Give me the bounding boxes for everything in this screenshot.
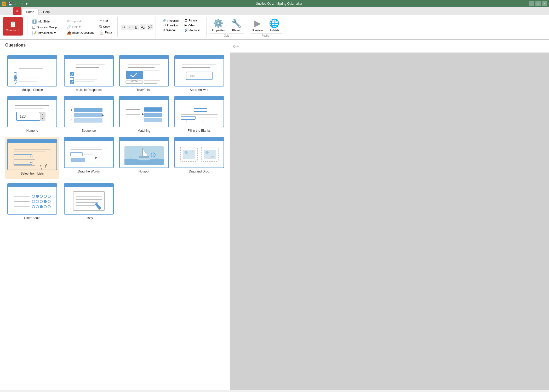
question-item-essay[interactable]: Essay xyxy=(63,183,114,220)
tab-help[interactable]: Help xyxy=(39,9,54,15)
multiple-response-label: Multiple Response xyxy=(76,88,102,92)
thumb-header xyxy=(8,56,56,59)
matching-label: Matching xyxy=(138,129,150,132)
equation-button[interactable]: π² Equation xyxy=(161,23,181,27)
player-button[interactable]: 🔧 Player xyxy=(229,17,244,33)
undo-button[interactable]: ↩ xyxy=(14,1,18,6)
question-item-drag-drop[interactable]: ☞ Drag and Drop xyxy=(174,137,225,179)
svg-marker-52 xyxy=(142,113,144,115)
svg-rect-65 xyxy=(14,161,32,165)
properties-button[interactable]: ⚙️ Properties xyxy=(210,17,227,33)
questions-header: Questions xyxy=(0,40,230,51)
svg-point-95 xyxy=(48,195,50,198)
bold-button[interactable]: B xyxy=(121,25,127,30)
question-item-matching[interactable]: Matching xyxy=(118,96,169,132)
svg-point-107 xyxy=(48,205,50,208)
question-group-label xyxy=(3,36,23,37)
drag-drop-label: Drag and Drop xyxy=(189,170,209,173)
thumb-body xyxy=(8,59,56,86)
underline-button[interactable]: U xyxy=(133,25,139,30)
thumb-body xyxy=(175,100,224,127)
redo-button[interactable]: ↪ xyxy=(19,1,23,6)
svg-text:1: 1 xyxy=(71,108,72,111)
copy-button[interactable]: ⧉ Copy xyxy=(98,24,114,29)
video-button[interactable]: ▶ Video xyxy=(183,23,202,27)
ribbon-section-clipboard: ⧉ Duplicate 🔗 Link ▼ 📥 Import Questions … xyxy=(63,16,116,38)
duplicate-button[interactable]: ⧉ Duplicate xyxy=(65,18,96,24)
thumb-body xyxy=(120,141,168,168)
essay-label: Essay xyxy=(84,216,93,220)
question-thumb-drag-words xyxy=(64,137,114,168)
preview-button[interactable]: ▶ Preview xyxy=(250,17,265,33)
question-item-numeric[interactable]: 123 ▲ ▼ Numeric xyxy=(5,96,59,132)
minimize-button[interactable]: ─ xyxy=(529,1,534,6)
link-icon: 🔗 xyxy=(67,25,71,29)
right-panel-label: Quiz xyxy=(233,45,239,48)
import-icon: 📥 xyxy=(67,31,71,35)
question-item-short-answer[interactable]: abc Short Answer xyxy=(174,55,225,92)
link-button[interactable]: 🔗 Link ▼ xyxy=(65,24,96,30)
properties-icon: ⚙️ xyxy=(213,18,224,28)
ribbon-section-publish: ▶ Preview 🌐 Publish Publish xyxy=(248,16,284,38)
introduction-button[interactable]: 📝 Introduction ▼ xyxy=(31,30,59,36)
info-slide-button[interactable]: ℹ️ Info Slide xyxy=(31,19,59,24)
svg-text:▼: ▼ xyxy=(42,117,44,120)
svg-point-97 xyxy=(32,200,35,203)
question-item-hotspot[interactable]: Hotspot xyxy=(118,137,169,179)
picture-button[interactable]: 🖼 Picture xyxy=(183,18,202,22)
ribbon: 📋 Question ▼ ℹ️ Info Slide ❑ Question Gr… xyxy=(0,15,549,40)
question-thumb-numeric: 123 ▲ ▼ xyxy=(7,96,57,127)
menu-tab[interactable]: ≡ xyxy=(13,7,21,15)
dropdown-button[interactable]: ▼ xyxy=(24,1,29,6)
svg-rect-51 xyxy=(144,118,162,122)
question-button[interactable]: 📋 Question ▼ xyxy=(3,17,23,36)
import-questions-button[interactable]: 📥 Import Questions xyxy=(65,30,96,35)
paste-icon: 📋 xyxy=(99,30,104,34)
svg-text:▲: ▲ xyxy=(42,113,44,116)
svg-point-88 xyxy=(205,151,209,154)
thumb-body xyxy=(65,187,113,214)
paste-button[interactable]: 📋 Paste xyxy=(98,30,114,35)
tab-home[interactable]: Home xyxy=(21,9,39,15)
symbol-icon: Ω xyxy=(163,28,165,32)
subscript-button[interactable]: X2 xyxy=(140,24,146,30)
symbol-button[interactable]: Ω Symbol xyxy=(161,28,181,32)
thumb-header xyxy=(8,96,56,100)
question-item-multiple-response[interactable]: Multiple Response xyxy=(63,55,114,92)
hyperlink-button[interactable]: 🔗 Hyperlink xyxy=(161,18,181,23)
svg-marker-66 xyxy=(30,162,32,164)
thumb-header xyxy=(65,56,113,59)
cut-button[interactable]: ✂ Cut xyxy=(98,18,114,23)
question-item-likert[interactable]: Likert Scale xyxy=(5,183,59,220)
question-group-button[interactable]: ❑ Question Group xyxy=(31,25,59,30)
svg-marker-45 xyxy=(102,114,104,116)
svg-rect-21 xyxy=(126,81,143,83)
question-item-sequence[interactable]: 1 2 3 Sequence xyxy=(63,96,114,132)
svg-point-105 xyxy=(40,205,43,208)
svg-point-4 xyxy=(14,80,17,83)
question-item-select-lists[interactable]: Select from Lists ☞ xyxy=(5,137,59,179)
question-item-multiple-choice[interactable]: Multiple Choice xyxy=(5,55,59,92)
svg-rect-42 xyxy=(74,113,102,117)
question-item-true-false[interactable]: True/False xyxy=(118,55,169,92)
italic-button[interactable]: I xyxy=(127,25,133,30)
thumb-header xyxy=(175,96,224,100)
window-title: Untitled Quiz - iSpring Quizmaker xyxy=(31,2,527,5)
svg-text:2: 2 xyxy=(71,113,72,117)
publish-button[interactable]: 🌐 Publish xyxy=(267,17,282,33)
info-icon: ℹ️ xyxy=(32,19,37,24)
equation-icon: π² xyxy=(163,24,165,27)
save-button[interactable]: 💾 xyxy=(7,1,13,6)
close-button[interactable]: ✕ xyxy=(542,1,547,6)
thumb-header xyxy=(120,96,168,100)
maximize-button[interactable]: □ xyxy=(535,1,541,6)
app-icon: 🌿 xyxy=(2,2,6,6)
svg-text:3: 3 xyxy=(71,119,72,122)
ribbon-section-quiz: ⚙️ Properties 🔧 Player Quiz xyxy=(208,16,246,38)
question-item-fill-blanks[interactable]: Fill in the Blanks xyxy=(174,96,225,132)
drag-words-label: Drag the Words xyxy=(78,170,100,173)
superscript-button[interactable]: X2 xyxy=(147,24,153,30)
question-item-drag-words[interactable]: Drag the Words xyxy=(63,137,114,179)
audio-button[interactable]: 🔊 Audio ▼ xyxy=(183,28,202,32)
svg-point-100 xyxy=(44,200,47,203)
